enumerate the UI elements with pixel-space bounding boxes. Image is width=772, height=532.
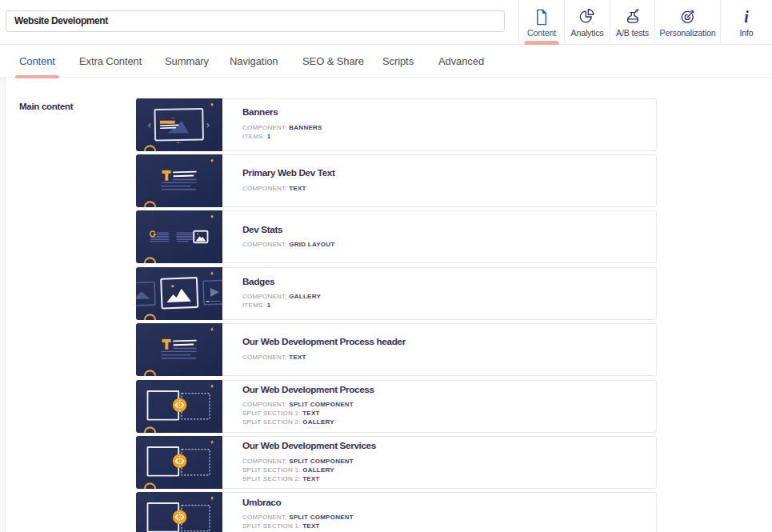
svg-text:i: i [744, 9, 749, 26]
